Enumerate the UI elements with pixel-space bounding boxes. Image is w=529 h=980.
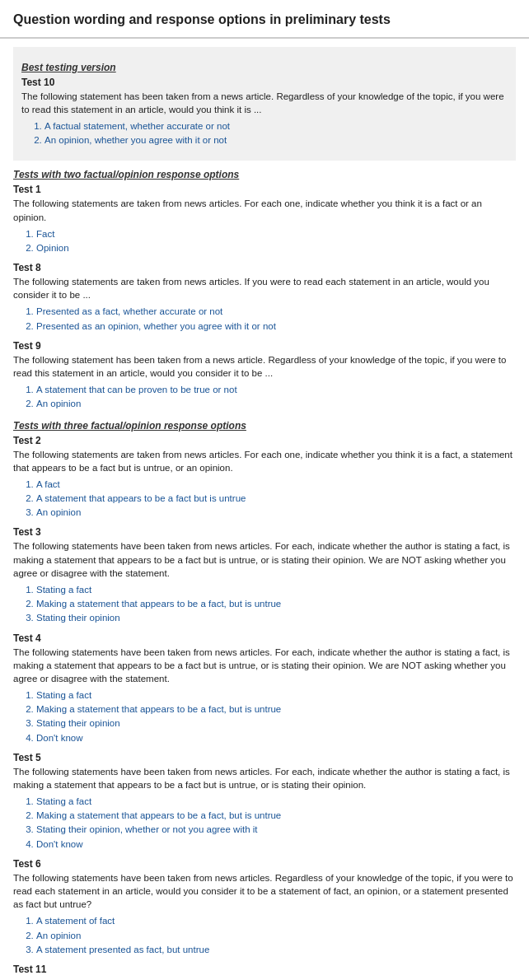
test-title-5: Test 5 <box>13 752 516 763</box>
options-list-8: Presented as a fact, whether accurate or… <box>36 305 516 334</box>
list-item: An opinion <box>36 397 516 411</box>
list-item: An opinion <box>36 929 516 943</box>
section1-label: Tests with two factual/opinion response … <box>13 169 516 180</box>
list-item: Stating their opinion <box>36 611 516 625</box>
test-block-1: Test 1 The following statements are take… <box>13 184 516 255</box>
test-desc-5: The following statements have been taken… <box>13 765 516 791</box>
options-list-1: Fact Opinion <box>36 227 516 256</box>
section2-label: Tests with three factual/opinion respons… <box>13 420 516 432</box>
test-block-3: Test 3 The following statements have bee… <box>13 526 516 625</box>
list-item: Don't know <box>36 731 516 745</box>
test-block-2: Test 2 The following statements are take… <box>13 435 516 520</box>
test-title-2: Test 2 <box>13 435 516 446</box>
main-title: Question wording and response options in… <box>0 0 529 39</box>
test-block-5: Test 5 The following statements have bee… <box>13 752 516 852</box>
list-item: An opinion <box>36 506 516 520</box>
list-item: A statement presented as fact, but untru… <box>36 943 516 957</box>
options-list-2: A fact A statement that appears to be a … <box>36 478 516 520</box>
list-item: Don't know <box>36 838 516 852</box>
list-item: Stating a fact <box>36 583 516 597</box>
options-list-6: A statement of fact An opinion A stateme… <box>36 914 516 957</box>
options-list-best: A factual statement, whether accurate or… <box>44 119 508 148</box>
test-desc-8: The following statements are taken from … <box>13 275 516 301</box>
test-block-4: Test 4 The following statements have bee… <box>13 632 516 745</box>
test-desc-6: The following statements have been taken… <box>13 871 516 911</box>
list-item: An opinion, whether you agree with it or… <box>44 133 508 147</box>
test-title-1: Test 1 <box>13 184 516 195</box>
test-title-best: Test 10 <box>21 77 508 88</box>
options-list-3: Stating a fact Making a statement that a… <box>36 583 516 626</box>
list-item: Stating their opinion <box>36 716 516 730</box>
test-title-6: Test 6 <box>13 858 516 870</box>
list-item: Presented as an opinion, whether you agr… <box>36 320 516 334</box>
list-item: A fact <box>36 478 516 492</box>
list-item: Stating their opinion, whether or not yo… <box>36 823 516 837</box>
list-item: Opinion <box>36 241 516 255</box>
best-version-section: Best testing version Test 10 The followi… <box>13 47 516 161</box>
test-block-best: Test 10 The following statement has been… <box>21 77 508 148</box>
test-desc-1: The following statements are taken from … <box>13 197 516 223</box>
test-desc-9: The following statement has been taken f… <box>13 353 516 380</box>
test-title-4: Test 4 <box>13 632 516 644</box>
test-desc-3: The following statements have been taken… <box>13 539 516 579</box>
test-title-8: Test 8 <box>13 262 516 273</box>
test-block-11: Test 11 The following statement has been… <box>13 964 516 980</box>
list-item: Making a statement that appears to be a … <box>36 597 516 611</box>
list-item: A statement of fact <box>36 914 516 928</box>
list-item: Stating a fact <box>36 795 516 809</box>
options-list-5: Stating a fact Making a statement that a… <box>36 795 516 852</box>
list-item: Stating a fact <box>36 688 516 702</box>
list-item: Making a statement that appears to be a … <box>36 809 516 823</box>
test-title-3: Test 3 <box>13 526 516 538</box>
options-list-4: Stating a fact Making a statement that a… <box>36 688 516 745</box>
list-item: Making a statement that appears to be a … <box>36 702 516 716</box>
list-item: A factual statement, whether accurate or… <box>44 119 508 133</box>
test-desc-2: The following statements are taken from … <box>13 448 516 474</box>
options-list-9: A statement that can be proven to be tru… <box>36 383 516 412</box>
test-desc-11: The following statement has been taken f… <box>13 977 516 980</box>
test-title-11: Test 11 <box>13 964 516 975</box>
list-item: Fact <box>36 227 516 241</box>
test-block-8: Test 8 The following statements are take… <box>13 262 516 334</box>
list-item: A statement that appears to be a fact bu… <box>36 492 516 506</box>
list-item: Presented as a fact, whether accurate or… <box>36 305 516 319</box>
test-block-6: Test 6 The following statements have bee… <box>13 858 516 957</box>
test-block-9: Test 9 The following statement has been … <box>13 340 516 412</box>
best-version-label: Best testing version <box>21 62 508 73</box>
test-desc-4: The following statements have been taken… <box>13 646 516 685</box>
test-desc-best: The following statement has been taken f… <box>21 90 508 116</box>
list-item: A statement that can be proven to be tru… <box>36 383 516 397</box>
test-title-9: Test 9 <box>13 340 516 352</box>
